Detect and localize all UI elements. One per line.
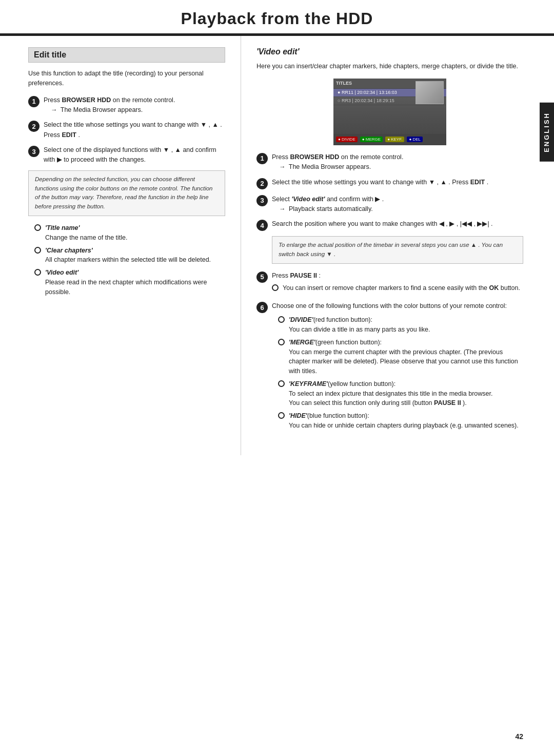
r-step-number-5: 5 (256, 272, 268, 283)
screen-btn-blue: ● DEL (407, 137, 423, 142)
step5-bullet-wrap: You can insert or remove chapter markers… (272, 283, 523, 293)
page-title: Playback from the HDD (31, 9, 523, 28)
content-area: Edit title Use this function to adapt th… (0, 36, 554, 455)
bullet-merge: 'MERGE'(green function button): You can … (278, 338, 523, 376)
step-1-arrow: → The Media Browser appears. (44, 105, 225, 115)
r-step-2-content: Select the title whose settings you want… (272, 178, 523, 187)
bullet-content-3: 'Video edit' Please read in the next cha… (45, 268, 225, 297)
r-step-5-content: Press PAUSE II : You can insert or remov… (272, 271, 523, 296)
bullet-hide-circle (278, 412, 285, 419)
screen-btn-red: ● DIVIDE (336, 137, 358, 142)
english-side-tab: ENGLISH (540, 103, 554, 162)
bullet-hide-content: 'HIDE'(blue function button): You can hi… (289, 411, 519, 431)
r-step-4-content: Search the position where you want to ma… (272, 219, 523, 229)
screenshot-box: TITLES 5:1 ● RR11 | 20:02:34 | 13:16:03 … (333, 79, 446, 145)
left-step-3: 3 Select one of the displayed functions … (28, 145, 225, 165)
screenshot-inner: TITLES 5:1 ● RR11 | 20:02:34 | 13:16:03 … (333, 79, 446, 145)
bullet-merge-circle (278, 339, 285, 345)
screen-btn-green: ● MERGE (360, 137, 383, 142)
step-number-2: 2 (28, 121, 39, 132)
step-number-1: 1 (28, 96, 39, 107)
bullet-hide-title: 'HIDE' (289, 412, 307, 419)
bullet-divide-content: 'DIVIDE'(red function button): You can d… (289, 315, 430, 335)
note4-text: To enlarge the actual position of the ti… (279, 242, 503, 257)
r-step-3-arrow: → Playback starts automatically. (272, 204, 523, 214)
bullet-divide-circle (278, 316, 285, 323)
bullet-hide: 'HIDE'(blue function button): You can hi… (278, 411, 523, 431)
right-step-1: 1 Press BROWSER HDD on the remote contro… (256, 152, 523, 172)
screen-bottom-bar: ● DIVIDE ● MERGE ● KEYF. ● DEL (333, 134, 446, 145)
edit-title-heading: Edit title (28, 47, 225, 63)
right-step-5: 5 Press PAUSE II : You can insert or rem… (256, 271, 523, 296)
bullet-divide: 'DIVIDE'(red function button): You can d… (278, 315, 523, 335)
bullet-clear-chapters: 'Clear chapters' All chapter markers wit… (34, 246, 225, 265)
r-step-number-1: 1 (256, 153, 268, 164)
step-3-content: Select one of the displayed functions wi… (44, 145, 225, 165)
step-2-content: Select the title whose settings you want… (44, 120, 225, 140)
bullet-keyframe: 'KEYFRAME'(yellow function button): To s… (278, 379, 523, 408)
video-edit-heading: 'Video edit' (256, 47, 523, 56)
bullet-merge-title: 'MERGE' (289, 339, 315, 346)
r-step-number-3: 3 (256, 195, 268, 206)
right-note-box: To enlarge the actual position of the ti… (272, 236, 523, 264)
step5-bullet-circle (272, 284, 279, 291)
left-step-1: 1 Press BROWSER HDD on the remote contro… (28, 95, 225, 115)
bullet-circle-1 (34, 224, 41, 231)
right-bullets: 'DIVIDE'(red function button): You can d… (278, 315, 523, 430)
page-number: 42 (515, 732, 523, 741)
right-step-4: 4 Search the position where you want to … (256, 219, 523, 231)
bullet-title-2-label: 'Clear chapters' (45, 247, 93, 254)
video-edit-intro: Here you can insert/clear chapter marker… (256, 62, 523, 71)
r-step-1-content: Press BROWSER HDD on the remote control.… (272, 152, 523, 172)
r-step-6-content: Choose one of the following functions wi… (272, 301, 523, 435)
bullet-title-3-label: 'Video edit' (45, 269, 78, 276)
right-column: 'Video edit' Here you can insert/clear c… (241, 36, 554, 455)
bullet-keyframe-title: 'KEYFRAME' (289, 380, 328, 387)
bullet-keyframe-content: 'KEYFRAME'(yellow function button): To s… (289, 379, 492, 408)
bullet-title-name: 'Title name' Change the name of the titl… (34, 223, 225, 243)
page-title-bar: Playback from the HDD (0, 0, 554, 35)
r-step-number-2: 2 (256, 178, 268, 189)
bullet-circle-3 (34, 269, 41, 276)
screen-thumbnail (416, 81, 444, 104)
r-step-3-content: Select 'Video edit' and confirm with ▶ .… (272, 195, 523, 215)
left-column: Edit title Use this function to adapt th… (0, 36, 241, 455)
bullet-circle-2 (34, 247, 41, 254)
step5-bullet: You can insert or remove chapter markers… (272, 283, 523, 293)
step5-bullet-content: You can insert or remove chapter markers… (283, 283, 520, 293)
screen-btn-yellow: ● KEYF. (385, 137, 404, 142)
bullet-merge-content: 'MERGE'(green function button): You can … (289, 338, 523, 376)
bullet-video-edit: 'Video edit' Please read in the next cha… (34, 268, 225, 297)
bullet-divide-title: 'DIVIDE' (289, 316, 313, 323)
right-step-3: 3 Select 'Video edit' and confirm with ▶… (256, 195, 523, 215)
r-step-1-arrow: → The Media Browser appears. (272, 162, 523, 172)
right-step-6: 6 Choose one of the following functions … (256, 301, 523, 435)
left-note-box: Depending on the selected function, you … (28, 170, 225, 216)
bullet-keyframe-circle (278, 380, 285, 387)
bullet-title-1-label: 'Title name' (45, 224, 80, 231)
left-bullets: 'Title name' Change the name of the titl… (34, 223, 225, 297)
r-step-number-6: 6 (256, 302, 268, 313)
left-step-2: 2 Select the title whose settings you wa… (28, 120, 225, 140)
bullet-content-1: 'Title name' Change the name of the titl… (45, 223, 128, 243)
edit-title-intro: Use this function to adapt the title (re… (28, 69, 225, 88)
step-number-3: 3 (28, 146, 39, 157)
right-step-2: 2 Select the title whose settings you wa… (256, 178, 523, 189)
r-step-number-4: 4 (256, 220, 268, 231)
bullet-content-2: 'Clear chapters' All chapter markers wit… (45, 246, 211, 265)
step-1-content: Press BROWSER HDD on the remote control.… (44, 95, 225, 115)
